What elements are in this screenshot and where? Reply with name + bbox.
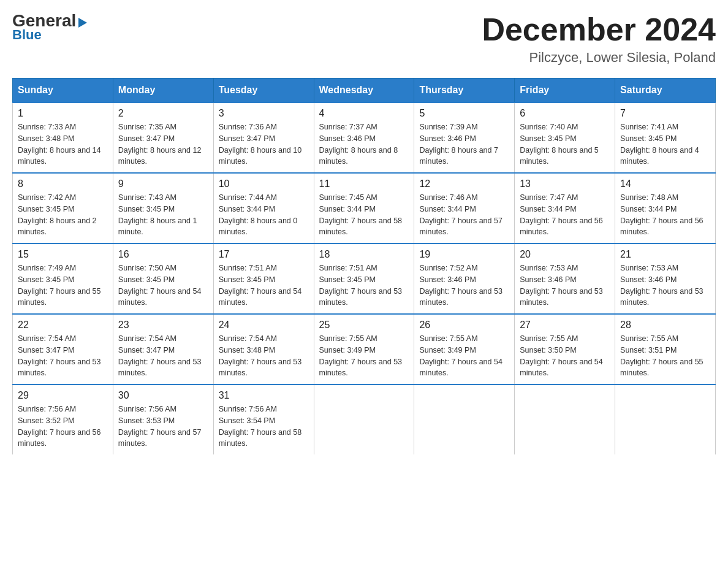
header-friday: Friday xyxy=(515,79,615,103)
header-wednesday: Wednesday xyxy=(314,79,414,103)
table-row: 19 Sunrise: 7:52 AMSunset: 3:46 PMDaylig… xyxy=(414,243,515,314)
day-info: Sunrise: 7:56 AMSunset: 3:52 PMDaylight:… xyxy=(18,404,108,450)
day-number: 25 xyxy=(319,320,409,331)
day-info: Sunrise: 7:53 AMSunset: 3:46 PMDaylight:… xyxy=(520,262,610,308)
day-number: 9 xyxy=(118,178,208,190)
day-info: Sunrise: 7:50 AMSunset: 3:45 PMDaylight:… xyxy=(118,262,208,308)
day-number: 4 xyxy=(319,108,409,119)
logo-blue: Blue xyxy=(12,27,42,43)
day-number: 16 xyxy=(118,249,208,260)
table-row: 25 Sunrise: 7:55 AMSunset: 3:49 PMDaylig… xyxy=(314,314,414,385)
page-header: General Blue December 2024 Pilczyce, Low… xyxy=(12,12,716,66)
day-number: 18 xyxy=(319,249,409,260)
table-row: 23 Sunrise: 7:54 AMSunset: 3:47 PMDaylig… xyxy=(113,314,213,385)
day-number: 28 xyxy=(620,320,710,331)
table-row: 31 Sunrise: 7:56 AMSunset: 3:54 PMDaylig… xyxy=(213,385,314,454)
day-info: Sunrise: 7:43 AMSunset: 3:45 PMDaylight:… xyxy=(118,192,208,238)
day-info: Sunrise: 7:47 AMSunset: 3:44 PMDaylight:… xyxy=(520,192,610,238)
table-row: 14 Sunrise: 7:48 AMSunset: 3:44 PMDaylig… xyxy=(615,173,716,243)
header-tuesday: Tuesday xyxy=(213,79,314,103)
day-info: Sunrise: 7:41 AMSunset: 3:45 PMDaylight:… xyxy=(620,121,710,167)
day-number: 14 xyxy=(620,178,710,190)
table-row: 10 Sunrise: 7:44 AMSunset: 3:44 PMDaylig… xyxy=(213,173,314,243)
day-info: Sunrise: 7:52 AMSunset: 3:46 PMDaylight:… xyxy=(419,262,509,308)
header-saturday: Saturday xyxy=(615,79,716,103)
day-number: 20 xyxy=(520,249,610,260)
day-info: Sunrise: 7:40 AMSunset: 3:45 PMDaylight:… xyxy=(520,121,610,167)
table-row xyxy=(615,385,716,454)
day-number: 30 xyxy=(118,390,208,401)
calendar-week-row: 1 Sunrise: 7:33 AMSunset: 3:48 PMDayligh… xyxy=(13,102,716,173)
day-info: Sunrise: 7:36 AMSunset: 3:47 PMDaylight:… xyxy=(219,121,309,167)
day-number: 21 xyxy=(620,249,710,260)
table-row: 16 Sunrise: 7:50 AMSunset: 3:45 PMDaylig… xyxy=(113,243,213,314)
day-number: 23 xyxy=(118,320,208,331)
calendar-week-row: 29 Sunrise: 7:56 AMSunset: 3:52 PMDaylig… xyxy=(13,385,716,454)
calendar-table: Sunday Monday Tuesday Wednesday Thursday… xyxy=(12,78,716,454)
table-row: 17 Sunrise: 7:51 AMSunset: 3:45 PMDaylig… xyxy=(213,243,314,314)
day-info: Sunrise: 7:56 AMSunset: 3:53 PMDaylight:… xyxy=(118,404,208,450)
table-row: 28 Sunrise: 7:55 AMSunset: 3:51 PMDaylig… xyxy=(615,314,716,385)
table-row: 20 Sunrise: 7:53 AMSunset: 3:46 PMDaylig… xyxy=(515,243,615,314)
table-row: 18 Sunrise: 7:51 AMSunset: 3:45 PMDaylig… xyxy=(314,243,414,314)
day-number: 6 xyxy=(520,108,610,119)
day-info: Sunrise: 7:54 AMSunset: 3:48 PMDaylight:… xyxy=(219,333,309,379)
day-info: Sunrise: 7:46 AMSunset: 3:44 PMDaylight:… xyxy=(419,192,509,238)
day-info: Sunrise: 7:39 AMSunset: 3:46 PMDaylight:… xyxy=(419,121,509,167)
month-title: December 2024 xyxy=(482,12,716,47)
day-info: Sunrise: 7:33 AMSunset: 3:48 PMDaylight:… xyxy=(18,121,108,167)
day-number: 27 xyxy=(520,320,610,331)
day-number: 17 xyxy=(219,249,309,260)
title-section: December 2024 Pilczyce, Lower Silesia, P… xyxy=(482,12,716,66)
table-row: 15 Sunrise: 7:49 AMSunset: 3:45 PMDaylig… xyxy=(13,243,113,314)
day-info: Sunrise: 7:35 AMSunset: 3:47 PMDaylight:… xyxy=(118,121,208,167)
table-row: 6 Sunrise: 7:40 AMSunset: 3:45 PMDayligh… xyxy=(515,102,615,173)
calendar-header-row: Sunday Monday Tuesday Wednesday Thursday… xyxy=(13,79,716,103)
day-info: Sunrise: 7:55 AMSunset: 3:51 PMDaylight:… xyxy=(620,333,710,379)
day-info: Sunrise: 7:54 AMSunset: 3:47 PMDaylight:… xyxy=(18,333,108,379)
day-number: 22 xyxy=(18,320,108,331)
day-number: 15 xyxy=(18,249,108,260)
day-number: 12 xyxy=(419,178,509,190)
table-row: 13 Sunrise: 7:47 AMSunset: 3:44 PMDaylig… xyxy=(515,173,615,243)
calendar-week-row: 15 Sunrise: 7:49 AMSunset: 3:45 PMDaylig… xyxy=(13,243,716,314)
table-row: 2 Sunrise: 7:35 AMSunset: 3:47 PMDayligh… xyxy=(113,102,213,173)
table-row: 1 Sunrise: 7:33 AMSunset: 3:48 PMDayligh… xyxy=(13,102,113,173)
day-info: Sunrise: 7:44 AMSunset: 3:44 PMDaylight:… xyxy=(219,192,309,238)
table-row: 24 Sunrise: 7:54 AMSunset: 3:48 PMDaylig… xyxy=(213,314,314,385)
day-number: 26 xyxy=(419,320,509,331)
table-row: 3 Sunrise: 7:36 AMSunset: 3:47 PMDayligh… xyxy=(213,102,314,173)
day-number: 8 xyxy=(18,178,108,190)
calendar-week-row: 22 Sunrise: 7:54 AMSunset: 3:47 PMDaylig… xyxy=(13,314,716,385)
day-info: Sunrise: 7:55 AMSunset: 3:49 PMDaylight:… xyxy=(419,333,509,379)
table-row: 5 Sunrise: 7:39 AMSunset: 3:46 PMDayligh… xyxy=(414,102,515,173)
calendar-week-row: 8 Sunrise: 7:42 AMSunset: 3:45 PMDayligh… xyxy=(13,173,716,243)
table-row: 21 Sunrise: 7:53 AMSunset: 3:46 PMDaylig… xyxy=(615,243,716,314)
day-number: 29 xyxy=(18,390,108,401)
day-number: 13 xyxy=(520,178,610,190)
location: Pilczyce, Lower Silesia, Poland xyxy=(482,50,716,66)
day-number: 24 xyxy=(219,320,309,331)
table-row: 4 Sunrise: 7:37 AMSunset: 3:46 PMDayligh… xyxy=(314,102,414,173)
day-number: 19 xyxy=(419,249,509,260)
table-row xyxy=(515,385,615,454)
table-row: 29 Sunrise: 7:56 AMSunset: 3:52 PMDaylig… xyxy=(13,385,113,454)
day-info: Sunrise: 7:55 AMSunset: 3:50 PMDaylight:… xyxy=(520,333,610,379)
day-info: Sunrise: 7:49 AMSunset: 3:45 PMDaylight:… xyxy=(18,262,108,308)
day-info: Sunrise: 7:53 AMSunset: 3:46 PMDaylight:… xyxy=(620,262,710,308)
header-monday: Monday xyxy=(113,79,213,103)
table-row xyxy=(314,385,414,454)
table-row: 11 Sunrise: 7:45 AMSunset: 3:44 PMDaylig… xyxy=(314,173,414,243)
day-info: Sunrise: 7:54 AMSunset: 3:47 PMDaylight:… xyxy=(118,333,208,379)
day-number: 7 xyxy=(620,108,710,119)
table-row: 22 Sunrise: 7:54 AMSunset: 3:47 PMDaylig… xyxy=(13,314,113,385)
table-row xyxy=(414,385,515,454)
day-info: Sunrise: 7:51 AMSunset: 3:45 PMDaylight:… xyxy=(219,262,309,308)
day-number: 2 xyxy=(118,108,208,119)
table-row: 27 Sunrise: 7:55 AMSunset: 3:50 PMDaylig… xyxy=(515,314,615,385)
day-number: 1 xyxy=(18,108,108,119)
day-number: 10 xyxy=(219,178,309,190)
day-info: Sunrise: 7:51 AMSunset: 3:45 PMDaylight:… xyxy=(319,262,409,308)
day-number: 31 xyxy=(219,390,309,401)
table-row: 30 Sunrise: 7:56 AMSunset: 3:53 PMDaylig… xyxy=(113,385,213,454)
